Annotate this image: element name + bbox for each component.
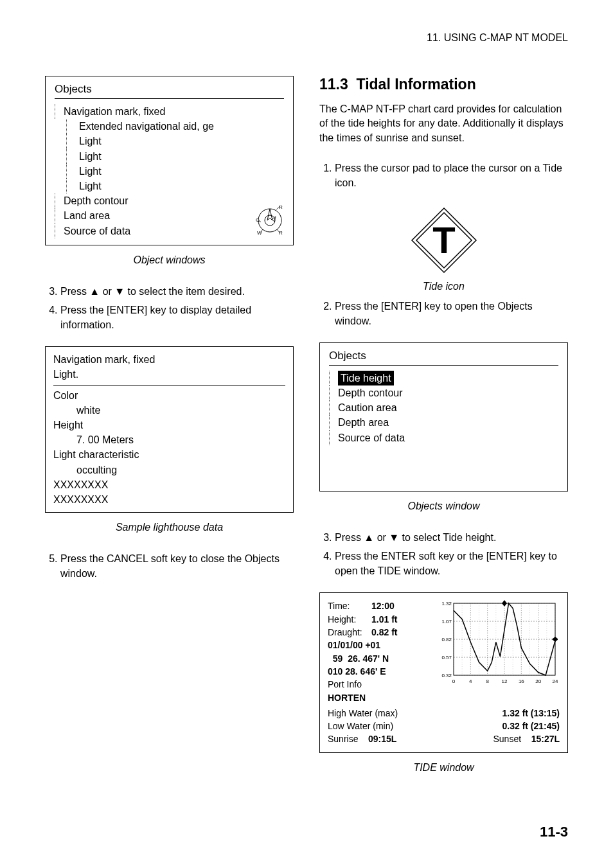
svg-text:20: 20	[535, 678, 541, 684]
objects-box-right: Objects Tide height Depth contour Cautio…	[319, 342, 568, 492]
page-header: 11. USING C-MAP NT MODEL	[45, 32, 568, 44]
step-item: Press the ENTER soft key or the [ENTER] …	[335, 549, 568, 578]
tree-item: Depth contour	[329, 385, 558, 400]
section-title: Tidal Information	[357, 76, 476, 93]
svg-text:0: 0	[452, 678, 455, 684]
tree-item: Caution area	[329, 400, 558, 415]
objects-box-left: Objects Navigation mark, fixed Extended …	[45, 76, 294, 245]
tree-item: Depth area	[329, 415, 558, 430]
data-line: Light characteristic	[53, 447, 285, 462]
svg-text:R: R	[279, 230, 283, 236]
divider	[55, 98, 284, 99]
caption: Objects window	[319, 500, 568, 512]
data-line: Height	[53, 418, 285, 432]
page-number: 11-3	[45, 824, 568, 840]
step-item: Press ▲ or ▼ to select Tide height.	[335, 530, 568, 545]
svg-text:8: 8	[486, 678, 489, 684]
caption: Object windows	[45, 254, 294, 266]
svg-text:16: 16	[518, 678, 524, 684]
svg-text:0.57: 0.57	[441, 655, 452, 660]
step-item: Press the [ENTER] key to display detaile…	[60, 303, 294, 332]
steps-list: Press ▲ or ▼ to select Tide height. Pres…	[319, 530, 568, 579]
data-line: white	[53, 403, 285, 418]
steps-list: Press the [ENTER] key to open the Object…	[319, 299, 568, 328]
svg-text:0.32: 0.32	[441, 673, 452, 678]
objects-title: Objects	[55, 83, 284, 96]
step-item: Press the [ENTER] key to open the Object…	[335, 299, 568, 328]
data-line: occulting	[53, 463, 285, 477]
caption: Sample lighthouse data	[45, 522, 294, 533]
tree-item: Light	[55, 164, 284, 179]
data-line: XXXXXXXX	[53, 492, 285, 507]
svg-marker-46	[502, 600, 507, 607]
right-column: 11.3 Tidal Information The C-MAP NT-FP c…	[319, 76, 568, 792]
tide-icon-figure: T Tide icon	[319, 205, 568, 292]
svg-text:24: 24	[552, 678, 557, 684]
intro-paragraph: The C-MAP NT-FP chart card provides for …	[319, 102, 568, 145]
data-line: 7. 00 Meters	[53, 432, 285, 447]
tree-item: Tide height	[329, 371, 558, 385]
tide-info-bottom: High Water (max)1.32 ft (13:15) Low Wate…	[328, 707, 560, 746]
tree-item: Light	[55, 134, 284, 148]
data-line: Light.	[53, 367, 285, 382]
svg-text:G: G	[256, 217, 260, 223]
svg-marker-47	[552, 637, 558, 642]
left-column: Objects Navigation mark, fixed Extended …	[45, 76, 294, 792]
selected-item: Tide height	[338, 371, 394, 385]
tree-item: Source of data	[329, 430, 558, 445]
steps-list: Press ▲ or ▼ to select the item desired.…	[45, 284, 294, 333]
tide-window: Time:12:00 Height:1.01 ft Draught:0.82 f…	[319, 592, 568, 752]
tree-item: Land area	[55, 208, 284, 223]
tide-info-left: Time:12:00 Height:1.01 ft Draught:0.82 f…	[328, 599, 424, 704]
divider	[329, 365, 558, 366]
caption: Tide icon	[423, 281, 465, 292]
step-item: Press the cursor pad to place the cursor…	[335, 161, 568, 190]
objects-tree: Tide height Depth contour Caution area D…	[329, 371, 558, 445]
tree-item: Depth contour	[55, 193, 284, 208]
objects-title: Objects	[329, 350, 558, 362]
tide-icon: T	[409, 205, 479, 276]
data-line: Navigation mark, fixed	[53, 352, 285, 367]
svg-text:1.07: 1.07	[441, 619, 452, 624]
lighthouse-data-box: Navigation mark, fixed Light. Color whit…	[45, 346, 294, 513]
data-line: Color	[53, 388, 285, 403]
compass-icon: R G W R	[254, 202, 285, 238]
tree-item: Extended navigational aid, ge	[55, 119, 284, 134]
steps-list: Press the CANCEL soft key to close the O…	[45, 551, 294, 581]
objects-tree: Navigation mark, fixed Extended navigati…	[55, 104, 284, 238]
svg-point-0	[258, 209, 281, 232]
svg-text:1.32: 1.32	[441, 601, 452, 607]
svg-text:R: R	[279, 204, 283, 210]
tide-chart: 048121620240.320.570.821.071.32	[433, 599, 560, 704]
caption: TIDE window	[319, 762, 568, 774]
tree-item: Navigation mark, fixed	[55, 104, 284, 119]
data-line: XXXXXXXX	[53, 477, 285, 492]
section-heading: 11.3 Tidal Information	[319, 76, 568, 93]
svg-text:0.82: 0.82	[441, 637, 452, 642]
section-number: 11.3	[319, 76, 348, 93]
tree-item: Light	[55, 149, 284, 164]
svg-text:12: 12	[501, 678, 507, 684]
step-item: Press the CANCEL soft key to close the O…	[60, 551, 294, 581]
svg-text:T: T	[432, 219, 455, 261]
svg-text:4: 4	[469, 678, 472, 684]
steps-list: Press the cursor pad to place the cursor…	[319, 161, 568, 190]
svg-point-1	[265, 215, 275, 226]
tree-item: Source of data	[55, 224, 284, 238]
step-item: Press ▲ or ▼ to select the item desired.	[60, 284, 294, 299]
svg-marker-2	[267, 209, 272, 220]
tree-item: Light	[55, 179, 284, 193]
